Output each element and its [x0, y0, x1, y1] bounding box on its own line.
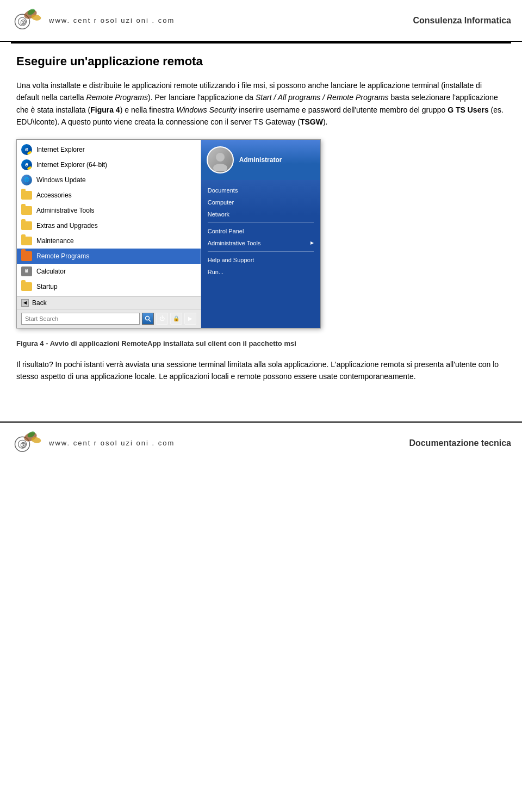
start-menu-left: e Internet Explorer e Internet Explorer …: [17, 140, 201, 328]
right-menu-run[interactable]: Run...: [201, 266, 320, 278]
header-title: Consulenza Informatica: [413, 16, 511, 26]
result-q-text: Il risultato?: [16, 360, 53, 369]
search-button[interactable]: [142, 313, 154, 325]
menu-item-startup-label: Startup: [36, 283, 58, 290]
calc-icon-img: 🖩: [21, 266, 32, 276]
menu-item-accessories-label: Accessories: [36, 191, 72, 199]
ie-icon: e: [21, 144, 32, 155]
page-header: @ www. cent r osol uzi oni . com Consule…: [0, 0, 522, 42]
avatar-icon: [209, 149, 231, 171]
right-separator-1: [208, 222, 314, 223]
figure-caption: Figura 4 - Avvio di applicazioni RemoteA…: [16, 339, 506, 348]
menu-items-list: e Internet Explorer e Internet Explorer …: [17, 140, 201, 296]
logo-icon: @: [11, 5, 44, 35]
admin-tools-label: Administrative Tools: [208, 240, 261, 246]
ie64-icon-img: e: [21, 159, 32, 170]
menu-item-winupdate-label: Windows Update: [36, 176, 86, 184]
startup-icon: [21, 281, 32, 292]
menu-item-calc[interactable]: 🖩 Calculator: [17, 264, 201, 279]
right-separator-2: [208, 251, 314, 252]
user-section: Administrator: [201, 140, 320, 180]
remote-icon: [21, 251, 32, 262]
menu-item-maintenance-label: Maintenance: [36, 237, 74, 245]
svg-point-6: [145, 316, 149, 320]
menu-item-ie64-label: Internet Explorer (64-bit): [36, 161, 107, 169]
right-menu-documents[interactable]: Documents: [201, 184, 320, 196]
svg-line-7: [149, 320, 151, 321]
svg-text:@: @: [20, 441, 26, 448]
admin-icon: [21, 205, 32, 216]
footer-logo-section: @ www. cent r osol uzi oni . com: [11, 428, 175, 458]
lock-icon[interactable]: 🔒: [170, 313, 182, 325]
menu-item-admin-label: Administrative Tools: [36, 207, 95, 214]
menu-item-calc-label: Calculator: [36, 268, 66, 275]
computer-label: Computer: [208, 199, 234, 206]
menu-item-remote-label: Remote Programs: [36, 252, 89, 260]
user-avatar: [207, 146, 234, 173]
network-label: Network: [208, 211, 229, 218]
menu-item-remote[interactable]: Remote Programs: [17, 249, 201, 264]
right-menu-admin-tools[interactable]: Administrative Tools: [201, 237, 320, 249]
menu-item-ie[interactable]: e Internet Explorer: [17, 142, 201, 157]
right-menu-computer[interactable]: Computer: [201, 196, 320, 208]
start-search-section: ⏻ 🔒 ▶: [17, 309, 201, 328]
right-menu-network[interactable]: Network: [201, 208, 320, 220]
search-icon: [145, 315, 151, 322]
maintenance-icon: [21, 235, 32, 246]
back-arrow-icon[interactable]: ◀: [21, 299, 29, 307]
right-menu-control-panel[interactable]: Control Panel: [201, 225, 320, 237]
ie64-icon: e: [21, 159, 32, 170]
help-label: Help and Support: [208, 257, 254, 263]
footer-logo-icon: @: [11, 428, 44, 458]
menu-item-extras[interactable]: Extras and Upgrades: [17, 218, 201, 233]
page-title: Eseguire un'applicazione remota: [16, 54, 506, 69]
folder-icon-admin: [21, 206, 32, 215]
page-footer: @ www. cent r osol uzi oni . com Documen…: [0, 422, 522, 463]
back-section: ◀ Back: [17, 296, 201, 309]
logo-section: @ www. cent r osol uzi oni . com: [11, 5, 175, 35]
documents-label: Documents: [208, 187, 238, 194]
intro-paragraph: Una volta installate e distribuite le ap…: [16, 79, 506, 128]
folder-icon-extras: [21, 221, 32, 230]
svg-point-8: [216, 153, 225, 162]
folder-icon-maintenance: [21, 237, 32, 245]
start-menu: e Internet Explorer e Internet Explorer …: [16, 139, 321, 328]
screenshot-container: e Internet Explorer e Internet Explorer …: [16, 139, 506, 328]
folder-icon-accessories: [21, 191, 32, 200]
user-name: Administrator: [239, 156, 282, 164]
header-url: www. cent r osol uzi oni . com: [49, 16, 175, 24]
extras-icon: [21, 220, 32, 231]
control-panel-label: Control Panel: [208, 228, 244, 234]
footer-url: www. cent r osol uzi oni . com: [49, 439, 175, 447]
globe-icon-img: 🌐: [21, 175, 32, 185]
footer-title: Documentazione tecnica: [409, 438, 511, 448]
start-search-input[interactable]: [21, 313, 140, 325]
menu-item-ie64[interactable]: e Internet Explorer (64-bit): [17, 157, 201, 172]
menu-item-admin[interactable]: Administrative Tools: [17, 203, 201, 218]
menu-item-extras-label: Extras and Upgrades: [36, 222, 98, 230]
accessories-icon: [21, 190, 32, 201]
ie-icon-img: e: [21, 144, 32, 155]
run-label: Run...: [208, 269, 223, 275]
svg-text:@: @: [20, 18, 26, 25]
start-menu-right: Administrator Documents Computer Network: [201, 140, 320, 328]
menu-item-accessories[interactable]: Accessories: [17, 188, 201, 203]
menu-item-startup[interactable]: Startup: [17, 279, 201, 294]
calc-icon: 🖩: [21, 266, 32, 277]
remote-icon-img: [21, 251, 32, 261]
power-icon[interactable]: ⏻: [156, 313, 168, 325]
arrow-right-icon[interactable]: ▶: [184, 313, 196, 325]
right-menu-items: Documents Computer Network Control Panel…: [201, 180, 320, 328]
right-menu-help[interactable]: Help and Support: [201, 254, 320, 266]
menu-item-ie-label: Internet Explorer: [36, 146, 85, 153]
result-body: In pochi istanti verrà avviata una sessi…: [16, 360, 499, 381]
folder-icon-startup: [21, 282, 32, 291]
menu-item-maintenance[interactable]: Maintenance: [17, 233, 201, 249]
main-content: Eseguire un'applicazione remota Una volt…: [0, 44, 522, 400]
menu-item-winupdate[interactable]: 🌐 Windows Update: [17, 172, 201, 188]
winupdate-icon: 🌐: [21, 175, 32, 185]
result-question: Il risultato? In pochi istanti verrà avv…: [16, 358, 506, 383]
back-label[interactable]: Back: [32, 299, 47, 307]
svg-point-9: [213, 164, 227, 171]
